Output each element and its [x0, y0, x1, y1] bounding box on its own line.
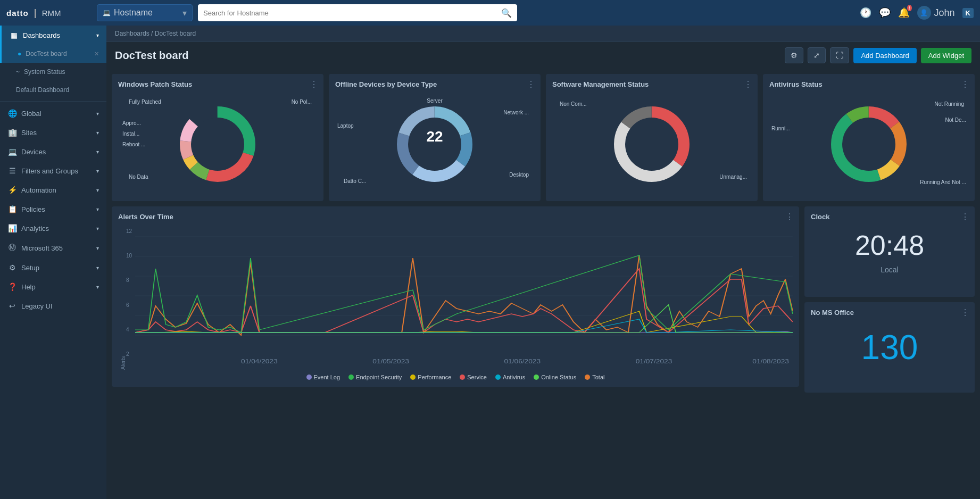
clock-icon[interactable]: 🕐 [860, 7, 871, 19]
legend-total-label: Total [592, 374, 604, 380]
chat-icon[interactable]: 💬 [879, 7, 891, 19]
svg-point-23 [842, 118, 895, 171]
alert-icon[interactable]: 🔔! [898, 7, 910, 19]
add-widget-button[interactable]: Add Widget [921, 48, 971, 63]
alerts-svg-wrap: 01/04/2023 01/05/2023 01/06/2023 01/07/2… [135, 226, 793, 370]
software-mgmt-svg [604, 96, 700, 192]
sidebar-item-policies[interactable]: 📋 Policies ▾ [0, 199, 106, 219]
sidebar-item-automation[interactable]: ⚡ Automation ▾ [0, 180, 106, 199]
setup-chevron: ▾ [96, 265, 99, 271]
logo-text: datto [6, 9, 29, 18]
search-input[interactable] [203, 9, 501, 17]
sidebar-item-sites[interactable]: 🏢 Sites ▾ [0, 123, 106, 142]
expand-button[interactable]: ⛶ [830, 47, 849, 63]
legend-service: Service [460, 374, 487, 380]
ms-office-count: 130 [861, 328, 918, 367]
hostname-selector[interactable]: 💻 Hostname ▾ [97, 4, 193, 21]
antivirus-title: Antivirus Status [769, 80, 968, 88]
y-tick-4: 4 [126, 327, 132, 332]
topbar-icons: 🕐 💬 🔔! 👤 John K [860, 6, 974, 20]
svg-text:01/06/2023: 01/06/2023 [504, 359, 541, 365]
sidebar-item-help[interactable]: ❓ Help ▾ [0, 277, 106, 296]
dashboard-header: DocTest board ⚙ ⤢ ⛶ Add Dashboard Add Wi… [106, 42, 980, 69]
sidebar-label-sites: Sites [21, 129, 37, 137]
sidebar-label-global: Global [21, 110, 41, 118]
offline-devices-menu[interactable]: ⋮ [527, 79, 535, 89]
legend-event-log-label: Event Log [314, 374, 340, 380]
help-chevron: ▾ [96, 284, 99, 290]
sidebar-item-m365[interactable]: Ⓜ Microsoft 365 ▾ [0, 238, 106, 258]
sidebar-item-system-status[interactable]: ~ System Status [0, 63, 106, 81]
sidebar-item-dashboards[interactable]: ▦ Dashboards ▾ [0, 26, 106, 45]
breadcrumb: Dashboards / DocTest board [106, 26, 980, 42]
hostname-label: Hostname [114, 8, 153, 18]
sidebar-item-setup[interactable]: ⚙ Setup ▾ [0, 258, 106, 277]
y-tick-8: 8 [126, 277, 132, 283]
user-avatar: 👤 [917, 6, 931, 20]
legend-total: Total [585, 374, 604, 380]
app-logo: datto | RMM [6, 7, 92, 19]
sidebar-item-devices[interactable]: 💻 Devices ▾ [0, 142, 106, 161]
sidebar-item-legacy[interactable]: ↩ Legacy UI [0, 296, 106, 315]
alerts-chart-container: Alerts 12 10 8 6 4 2 [118, 226, 793, 370]
legend-online-status: Online Status [534, 374, 576, 380]
page-title: DocTest board [115, 49, 785, 62]
ms-office-menu[interactable]: ⋮ [961, 307, 969, 318]
breadcrumb-parent[interactable]: Dashboards [115, 30, 150, 37]
sidebar-label-m365: Microsoft 365 [21, 244, 63, 252]
software-mgmt-menu[interactable]: ⋮ [744, 79, 752, 89]
offline-label-server: Server [427, 98, 442, 104]
sidebar-label-analytics: Analytics [21, 224, 49, 232]
service-line [135, 269, 793, 332]
right-column: Clock ⋮ 20:48 Local No MS Office ⋮ 130 [804, 206, 975, 393]
y-axis-label: Alerts [118, 226, 126, 370]
alerts-menu[interactable]: ⋮ [785, 212, 794, 222]
sidebar-item-filters[interactable]: ☰ Filters and Groups ▾ [0, 161, 106, 180]
sidebar-item-global[interactable]: 🌐 Global ▾ [0, 104, 106, 123]
add-dashboard-button[interactable]: Add Dashboard [853, 48, 916, 63]
user-info[interactable]: 👤 John [917, 6, 955, 20]
m365-chevron: ▾ [96, 245, 99, 251]
sidebar-label-policies: Policies [21, 205, 45, 213]
clock-time: 20:48 [855, 229, 924, 261]
global-chevron: ▾ [96, 111, 99, 117]
software-mgmt-widget: Software Management Status ⋮ Non Com... … [546, 74, 758, 201]
av-label-notrunning: Not Running [934, 101, 964, 107]
devices-icon: 💻 [7, 147, 17, 156]
clock-timezone: Local [881, 265, 898, 274]
alerts-line-svg: 01/04/2023 01/05/2023 01/06/2023 01/07/2… [135, 226, 793, 370]
share-button[interactable]: ⤢ [808, 47, 826, 63]
topbar: datto | RMM 💻 Hostname ▾ 🔍 🕐 💬 🔔! 👤 John… [0, 0, 980, 26]
svg-text:01/07/2023: 01/07/2023 [636, 359, 672, 365]
app-switcher[interactable]: K [962, 8, 974, 18]
performance-dot [410, 375, 416, 380]
widgets-area: Windows Patch Status ⋮ [106, 69, 980, 499]
clock-menu[interactable]: ⋮ [961, 212, 969, 222]
patch-label-nodata: No Data [129, 174, 148, 180]
chart-legend: Event Log Endpoint Security Performance [118, 374, 793, 380]
analytics-chevron: ▾ [96, 226, 99, 231]
sidebar-label-help: Help [21, 283, 36, 291]
search-bar[interactable]: 🔍 [198, 4, 517, 21]
settings-button[interactable]: ⚙ [785, 47, 803, 63]
software-mgmt-chart: Non Com... Unmanag... [552, 94, 751, 195]
endpoint-security-line [135, 255, 793, 332]
sidebar-label-devices: Devices [21, 148, 46, 156]
windows-patch-menu[interactable]: ⋮ [310, 79, 318, 89]
svg-point-17 [625, 118, 678, 171]
online-dot [534, 375, 539, 380]
filters-chevron: ▾ [96, 168, 99, 174]
offline-devices-title: Offline Devices by Device Type [335, 80, 534, 88]
patch-label-instal: Instal... [122, 131, 139, 137]
sw-label-noncom: Non Com... [560, 101, 587, 107]
ms-office-title: No MS Office [811, 309, 854, 317]
sidebar-item-default[interactable]: Default Dashboard [0, 81, 106, 99]
sidebar-label-setup: Setup [21, 264, 39, 272]
analytics-icon: 📊 [7, 224, 17, 232]
svg-text:01/05/2023: 01/05/2023 [372, 359, 409, 365]
sidebar-item-analytics[interactable]: 📊 Analytics ▾ [0, 219, 106, 238]
sidebar-item-doctest[interactable]: ● DocTest board ✕ [0, 45, 106, 63]
antivirus-dot [495, 375, 501, 380]
help-icon: ❓ [7, 282, 17, 291]
antivirus-menu[interactable]: ⋮ [961, 79, 969, 89]
